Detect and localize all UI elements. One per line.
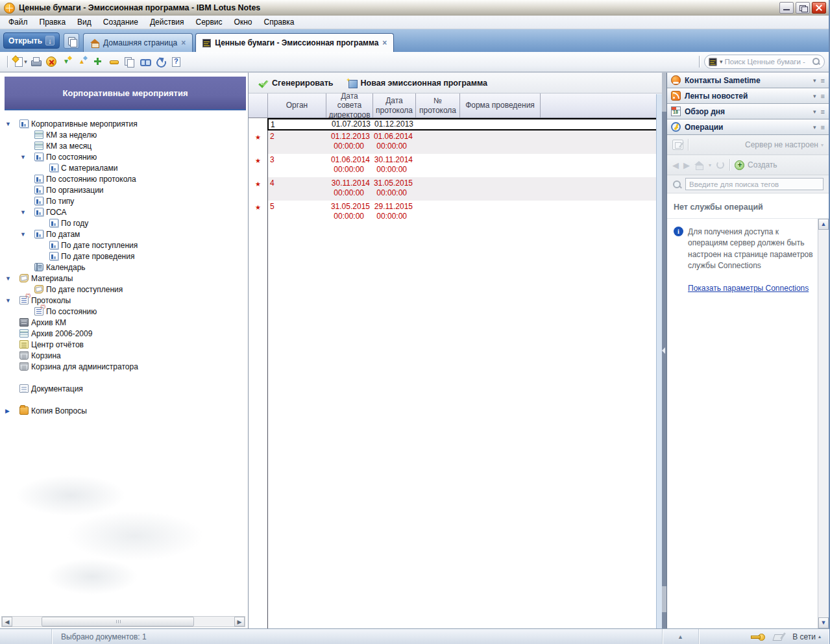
open-button[interactable]: Открыть <box>3 32 60 49</box>
panel-day-at-a-glance[interactable]: Обзор дня <box>667 104 829 119</box>
panel-menu-icon[interactable] <box>821 77 825 84</box>
sidebar-item-po-organizacii[interactable]: По организации <box>0 184 248 195</box>
collapse-arrow-icon[interactable] <box>662 347 665 354</box>
panel-menu-icon[interactable] <box>821 123 825 131</box>
server-status-dropdown[interactable]: Сервер не настроен <box>745 140 824 149</box>
column-header-marker[interactable] <box>249 93 268 118</box>
sidebar-item-dokumentaciya[interactable]: Документация <box>0 383 248 394</box>
menu-window[interactable]: Окно <box>228 16 258 28</box>
twistie-expanded-icon[interactable] <box>20 231 34 238</box>
panel-menu-icon[interactable] <box>821 108 825 116</box>
sidebar-item-arhiv-2006-2009[interactable]: Архив 2006-2009 <box>0 328 248 339</box>
toolbar-grip[interactable] <box>699 56 701 68</box>
generate-button[interactable]: Сгенерировать <box>254 77 337 89</box>
sidebar-item-km-za-nedelyu[interactable]: КМ за неделю <box>0 129 248 140</box>
panel-operations[interactable]: Операции <box>667 119 829 135</box>
sidebar-item-korzina-admin[interactable]: Корзина для администратора <box>0 361 248 372</box>
search-icon[interactable] <box>672 180 681 189</box>
copy-button[interactable] <box>121 54 137 69</box>
menu-file[interactable]: Файл <box>3 16 34 28</box>
sidebar-item-po-godu[interactable]: По году <box>0 217 248 229</box>
status-popup-icon[interactable] <box>663 629 699 644</box>
sidebar-item-gosa[interactable]: ГОСА <box>0 206 248 217</box>
sidebar-item-po-sostoyaniyu-protokola[interactable]: По состоянию протокола <box>0 173 248 184</box>
chevron-down-icon[interactable] <box>813 77 816 84</box>
twistie-expanded-icon[interactable] <box>5 297 19 304</box>
sidebar-item-s-materialami[interactable]: С материалами <box>0 162 248 173</box>
sort-descending-button[interactable] <box>59 54 75 69</box>
column-header-board-date[interactable]: Дата совета директоров <box>326 93 373 118</box>
search-input[interactable] <box>725 58 811 66</box>
edit-icon[interactable] <box>672 140 683 150</box>
table-row[interactable]: 3 01.06.201400:00:00 30.11.201400:00:00 <box>249 154 662 177</box>
new-emission-program-button[interactable]: Новая эмиссионная программа <box>343 77 492 89</box>
sidebar-item-centr-otchetov[interactable]: Центр отчётов <box>0 339 248 350</box>
chevron-down-icon[interactable] <box>813 124 816 130</box>
panel-sametime-contacts[interactable]: Контакты Sametime <box>667 73 829 88</box>
close-button[interactable] <box>812 2 826 14</box>
scroll-down-icon[interactable] <box>818 617 829 628</box>
search-box[interactable] <box>704 55 825 69</box>
scroll-right-icon[interactable] <box>234 617 245 626</box>
online-status[interactable]: В сети <box>792 632 821 641</box>
sidebar-item-materialy-po-date[interactable]: По дате поступления <box>0 284 248 295</box>
sidebar-item-materialy[interactable]: Материалы <box>0 273 248 284</box>
twistie-collapsed-icon[interactable] <box>5 408 19 414</box>
print-button[interactable] <box>28 54 43 69</box>
sidebar-item-po-date-provedeniya[interactable]: По дате проведения <box>0 251 248 262</box>
new-document-button[interactable] <box>12 54 28 69</box>
stop-button[interactable] <box>43 54 59 69</box>
table-row[interactable]: 5 31.05.201500:00:00 29.11.201500:00:00 <box>249 201 662 224</box>
sidebar-item-kalendar[interactable]: Календарь <box>0 262 248 273</box>
chevron-down-icon[interactable] <box>813 108 816 115</box>
sidebar-item-kopiya-voprosy[interactable]: Копия Вопросы <box>0 405 248 416</box>
sidebar-item-protokoly[interactable]: Протоколы <box>0 295 248 306</box>
table-row[interactable]: 2 01.12.201300:00:00 01.06.201400:00:00 <box>249 130 662 154</box>
open-dropdown-icon[interactable] <box>45 36 55 45</box>
sidebar-item-po-tipu[interactable]: По типу <box>0 195 248 206</box>
panel-news-feeds[interactable]: Ленты новостей <box>667 88 829 104</box>
sidebar-item-po-date-postupleniya[interactable]: По дате поступления <box>0 240 248 251</box>
menu-help[interactable]: Справка <box>258 16 300 28</box>
sidebar-item-korzina[interactable]: Корзина <box>0 350 248 361</box>
minimize-button[interactable] <box>779 2 794 14</box>
twistie-expanded-icon[interactable] <box>20 154 34 160</box>
tab-home[interactable]: Домашняя страница <box>83 33 193 52</box>
help-button[interactable] <box>168 54 184 69</box>
add-button[interactable] <box>90 54 106 69</box>
menu-view[interactable]: Вид <box>71 16 97 28</box>
tab-close-icon[interactable] <box>382 38 387 47</box>
column-header-protocol-date[interactable]: Дата протокола <box>373 93 416 118</box>
open-window-list-button[interactable] <box>64 33 79 49</box>
sort-ascending-button[interactable] <box>75 54 90 69</box>
find-button[interactable] <box>137 54 153 69</box>
twistie-expanded-icon[interactable] <box>5 121 19 127</box>
sidebar-item-protokoly-po-sostoyaniyu[interactable]: По состоянию <box>0 306 248 317</box>
column-header-organ[interactable]: Орган <box>268 93 326 118</box>
sidebar-item-korporativnye-meropriyatiya[interactable]: Корпоративные мероприятия <box>0 118 248 129</box>
create-button[interactable]: Создать <box>735 160 777 170</box>
security-key-icon[interactable] <box>751 633 765 640</box>
show-connections-parameters-link[interactable]: Показать параметры Connections <box>688 284 809 293</box>
sidebar-item-po-datam[interactable]: По датам <box>0 229 248 240</box>
menu-create[interactable]: Создание <box>97 16 144 28</box>
toolbar-grip[interactable] <box>7 56 9 68</box>
table-row[interactable]: 1 01.07.2013 01.12.2013 <box>249 118 662 130</box>
menu-tools[interactable]: Сервис <box>189 16 228 28</box>
chevron-down-icon[interactable] <box>813 93 816 99</box>
menu-edit[interactable]: Правка <box>34 16 72 28</box>
panel-menu-icon[interactable] <box>821 92 825 100</box>
chevron-down-icon[interactable] <box>709 162 711 168</box>
scroll-left-icon[interactable] <box>2 617 12 626</box>
twistie-expanded-icon[interactable] <box>5 275 19 282</box>
home-icon[interactable] <box>694 161 704 169</box>
table-row[interactable]: 4 30.11.201400:00:00 31.05.201500:00:00 <box>249 177 662 201</box>
forward-icon[interactable] <box>683 160 690 170</box>
vertical-scrollbar[interactable] <box>656 94 662 628</box>
operations-scrollbar[interactable] <box>818 219 829 628</box>
twistie-expanded-icon[interactable] <box>20 209 34 216</box>
menu-actions[interactable]: Действия <box>144 16 190 28</box>
column-header-form[interactable]: Форма проведения <box>460 93 541 118</box>
search-icon[interactable] <box>812 58 820 66</box>
sidebar-item-arhiv-km[interactable]: Архив КМ <box>0 317 248 328</box>
